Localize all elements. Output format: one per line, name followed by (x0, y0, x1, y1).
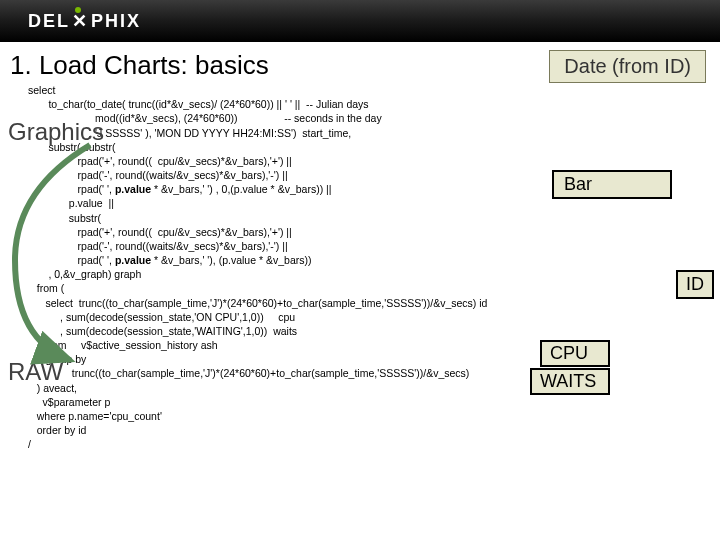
section-label-graphics: Graphics (8, 118, 104, 146)
sql-line: from ( (28, 281, 710, 295)
sql-line: substr( (28, 211, 710, 225)
sql-line: rpad(' ', p.value * &v_bars,' '), (p.val… (28, 253, 710, 267)
section-label-raw: RAW (8, 358, 63, 386)
logo: DEL ✕ PHIX (28, 10, 141, 32)
logo-prefix: DEL (28, 11, 70, 32)
logo-suffix: PHIX (91, 11, 141, 32)
sql-line: , sum(decode(session_state,'WAITING',1,0… (28, 324, 710, 338)
sql-line: where p.name='cpu_count' (28, 409, 710, 423)
waits-badge: WAITS (530, 368, 610, 395)
sql-line: rpad('+', round(( cpu/&v_secs)*&v_bars),… (28, 154, 710, 168)
sql-line: rpad('-', round((waits/&v_secs)*&v_bars)… (28, 239, 710, 253)
sql-line: select trunc((to_char(sample_time,'J')*(… (28, 296, 710, 310)
sql-line: , sum(decode(session_state,'ON CPU',1,0)… (28, 310, 710, 324)
title-row: 1. Load Charts: basics Date (from ID) (0, 42, 720, 83)
sql-line: v$parameter p (28, 395, 710, 409)
logo-x: ✕ (72, 10, 89, 32)
sql-line: / (28, 437, 710, 451)
slide-title: 1. Load Charts: basics (10, 50, 269, 81)
header-bar: DEL ✕ PHIX (0, 0, 720, 42)
bar-badge: Bar (552, 170, 672, 199)
sql-line: rpad('+', round(( cpu/&v_secs)*&v_bars),… (28, 225, 710, 239)
sql-content: select to_char(to_date( trunc((id*&v_sec… (0, 83, 720, 451)
sql-line: to_char(to_date( trunc((id*&v_secs)/ (24… (28, 97, 710, 111)
id-badge: ID (676, 270, 714, 299)
cpu-badge: CPU (540, 340, 610, 367)
sql-line: , 'J SSSSS' ), 'MON DD YYYY HH24:MI:SS')… (28, 126, 710, 140)
sql-line: , 0,&v_graph) graph (28, 267, 710, 281)
sql-line: mod((id*&v_secs), (24*60*60)) -- seconds… (28, 111, 710, 125)
sql-line: order by id (28, 423, 710, 437)
sql-line: select (28, 83, 710, 97)
sql-line: substr( substr( (28, 140, 710, 154)
date-from-id-badge: Date (from ID) (549, 50, 706, 83)
